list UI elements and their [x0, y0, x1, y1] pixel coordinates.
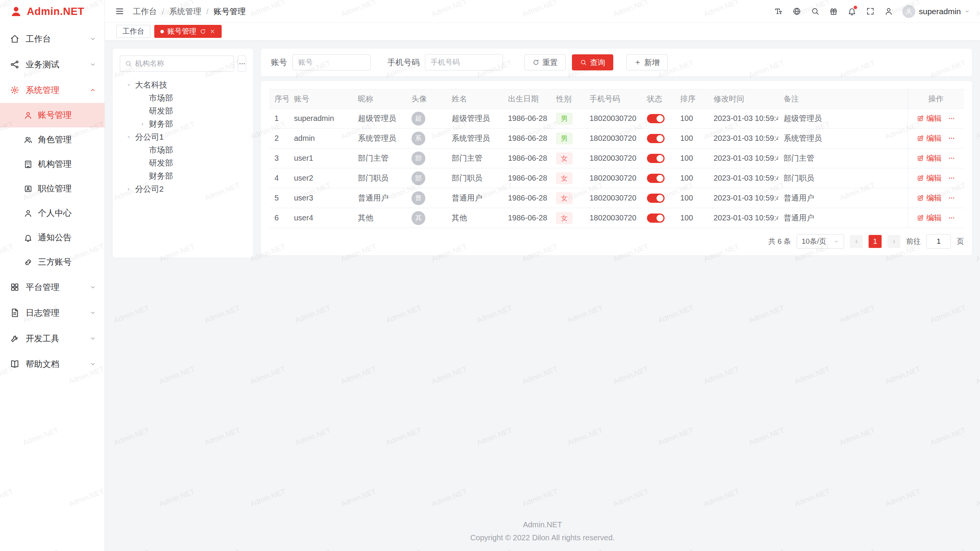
caret-right-icon[interactable]: [138, 120, 147, 128]
chevron-down-icon: [964, 8, 970, 14]
search-icon: [811, 7, 820, 16]
user-button[interactable]: [881, 4, 896, 19]
status-toggle[interactable]: [647, 214, 665, 223]
sidebar-subitem-profile[interactable]: 个人中心: [0, 201, 105, 225]
sort-cell: 100: [675, 168, 708, 188]
avatar: 部: [412, 152, 425, 165]
org-search-row: [120, 55, 246, 72]
avatar: 普: [412, 191, 425, 205]
sort-cell: 100: [675, 109, 708, 129]
sidebar-subitem-org[interactable]: 机构管理: [0, 152, 105, 176]
gender-badge: 男: [556, 133, 572, 144]
edit-button[interactable]: 编辑: [917, 133, 942, 143]
edit-button[interactable]: 编辑: [917, 153, 942, 163]
sidebar-item-log-management[interactable]: 日志管理: [0, 300, 105, 326]
reset-label: 重置: [542, 57, 558, 68]
status-toggle[interactable]: [647, 134, 665, 143]
row-more-button[interactable]: [948, 135, 955, 142]
edit-button[interactable]: 编辑: [917, 113, 942, 124]
tree-node[interactable]: 分公司2: [120, 183, 246, 196]
status-toggle[interactable]: [647, 174, 665, 183]
query-label: 查询: [590, 57, 605, 68]
tree-node[interactable]: 分公司1: [120, 130, 246, 143]
tab-workbench[interactable]: 工作台: [116, 25, 150, 38]
avatar-cell: 超: [406, 109, 446, 129]
sidebar-subitem-role[interactable]: 角色管理: [0, 127, 105, 152]
sidebar-item-system-management[interactable]: 系统管理: [0, 77, 105, 103]
org-more-button[interactable]: [238, 55, 246, 72]
tab-refresh-icon[interactable]: [200, 28, 206, 34]
tree-node[interactable]: 财务部: [120, 117, 246, 130]
page-size-select[interactable]: 10条/页: [797, 234, 844, 249]
edit-button[interactable]: 编辑: [917, 193, 942, 203]
org-tree: 大名科技市场部研发部财务部分公司1市场部研发部财务部分公司2: [120, 78, 246, 196]
caret-placeholder: [138, 159, 147, 167]
org-search-input[interactable]: [135, 59, 229, 68]
globe-button[interactable]: [789, 4, 804, 19]
tab-close-icon[interactable]: [209, 28, 216, 34]
next-page-button[interactable]: [887, 235, 900, 248]
tree-node[interactable]: 财务部: [120, 170, 246, 183]
operation-cell: 编辑: [908, 208, 964, 228]
sidebar-item-business-test[interactable]: 业务测试: [0, 52, 105, 77]
tab-account-management[interactable]: 账号管理: [154, 25, 222, 38]
sidebar-subitem-third-party[interactable]: 三方账号: [0, 250, 105, 274]
sidebar-subitem-position[interactable]: 职位管理: [0, 176, 105, 201]
search-button[interactable]: [807, 4, 823, 19]
query-button[interactable]: 查询: [572, 54, 613, 70]
page-number-button[interactable]: 1: [869, 235, 882, 248]
sidebar-subitem-notice[interactable]: 通知公告: [0, 225, 105, 250]
breadcrumb-item[interactable]: 系统管理: [169, 6, 201, 17]
edit-button[interactable]: 编辑: [917, 173, 942, 183]
account-cell: user2: [289, 168, 353, 188]
caret-down-icon[interactable]: [124, 133, 133, 141]
gender-cell: 女: [551, 148, 584, 168]
breadcrumb-item[interactable]: 账号管理: [214, 6, 246, 17]
row-more-button[interactable]: [948, 214, 955, 222]
sidebar-subitem-account[interactable]: 账号管理: [0, 103, 105, 127]
font-size-button[interactable]: [771, 4, 786, 19]
add-button[interactable]: 新增: [626, 54, 668, 70]
row-more-button[interactable]: [948, 115, 955, 122]
sidebar-item-help-docs[interactable]: 帮助文档: [0, 351, 105, 377]
row-more-button[interactable]: [948, 155, 955, 162]
user-menu[interactable]: superadmin: [902, 5, 970, 18]
status-toggle[interactable]: [647, 154, 665, 163]
toggle-knob: [657, 115, 663, 122]
reset-button[interactable]: 重置: [524, 54, 566, 70]
search-icon: [125, 60, 132, 67]
status-toggle[interactable]: [647, 194, 665, 203]
gift-button[interactable]: [826, 4, 841, 19]
prev-page-button[interactable]: [850, 235, 863, 248]
menu-toggle-icon[interactable]: [115, 7, 124, 16]
row-more-button[interactable]: [948, 194, 955, 202]
edit-button[interactable]: 编辑: [917, 213, 942, 223]
bell-button[interactable]: [844, 4, 859, 19]
fullscreen-button[interactable]: [862, 4, 878, 19]
caret-down-icon[interactable]: [124, 81, 133, 89]
tree-node[interactable]: 研发部: [120, 156, 246, 170]
account-input[interactable]: [292, 54, 371, 70]
sidebar-item-platform-management[interactable]: 平台管理: [0, 274, 105, 300]
sidebar-item-workbench[interactable]: 工作台: [0, 26, 105, 52]
breadcrumb-item[interactable]: 工作台: [133, 6, 157, 17]
goto-page-input[interactable]: [926, 234, 951, 249]
tree-node[interactable]: 市场部: [120, 143, 246, 156]
column-header: 操作: [908, 90, 964, 109]
tree-node[interactable]: 大名科技: [120, 78, 246, 91]
content: 大名科技市场部研发部财务部分公司1市场部研发部财务部分公司2 账号 手机号码 重…: [105, 41, 980, 266]
column-header: 昵称: [353, 90, 406, 109]
sidebar-item-dev-tools[interactable]: 开发工具: [0, 326, 105, 351]
sidebar-subitem-label: 账号管理: [38, 109, 72, 121]
org-search-field[interactable]: [120, 55, 234, 72]
grid-icon: [10, 282, 20, 292]
caret-right-icon[interactable]: [124, 185, 133, 193]
phone-input[interactable]: [425, 54, 503, 70]
name-cell: 部门职员: [446, 168, 503, 188]
edit-icon: [917, 194, 924, 202]
tree-node[interactable]: 市场部: [120, 91, 246, 104]
table-header-row: 序号账号昵称头像姓名出生日期性别手机号码状态排序修改时间备注操作: [269, 90, 964, 109]
status-toggle[interactable]: [647, 114, 665, 123]
row-more-button[interactable]: [948, 174, 955, 182]
tree-node[interactable]: 研发部: [120, 104, 246, 117]
